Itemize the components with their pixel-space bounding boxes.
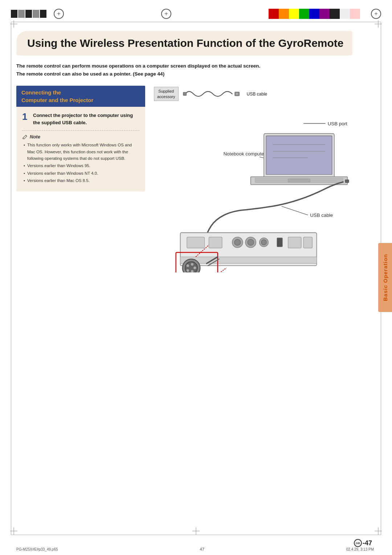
crosshair-bottom-center [192,527,200,536]
color-bar-yellow [289,9,299,19]
notebook-body [251,134,349,185]
crosshair-bl [10,527,17,536]
border-left [11,22,11,535]
crosshair-br [375,527,382,536]
accessory-row: Supplied accessory USB cable [154,86,374,102]
page-title-container: Using the Wireless Presentation Function… [16,31,374,56]
section-content: 1 Connect the projector to the computer … [16,107,145,191]
footer-file: PG-M25X#E#p33_49.p65 [16,547,58,551]
section-header-text: Connecting the Computer and the Projecto… [21,89,140,104]
reg-circle-center [161,9,171,19]
svg-point-24 [261,240,267,245]
note-item-1: This function only works with Microsoft … [24,142,139,162]
step-1-number: 1 [22,112,29,121]
step-1-row: 1 Connect the projector to the computer … [22,112,139,126]
svg-rect-17 [187,237,204,248]
svg-point-37 [187,269,189,272]
color-bar-pink [350,9,360,19]
intro-text: The remote control can perform mouse ope… [16,62,263,78]
accessory-line2: accessory [157,94,175,99]
svg-point-22 [248,239,254,246]
reg-squares [11,10,46,18]
note-header: Note [22,134,139,139]
svg-rect-18 [209,237,222,248]
notebook-label: Notebook computer [223,151,266,157]
svg-rect-29 [180,257,317,263]
color-bar-orange [279,9,289,19]
svg-rect-13 [288,179,310,183]
usb-cable-label2: USB cable [310,212,333,218]
svg-line-15 [281,206,308,215]
accessory-label: Supplied accessory [154,87,179,101]
page-number: -47 [363,539,372,547]
svg-rect-27 [288,237,301,248]
usb-port-label: USB port [328,121,347,126]
usb-cable-sketch [182,86,240,102]
color-bars [269,9,360,19]
page-number-area: GB -47 [354,539,372,547]
crosshair-tl [10,20,17,29]
reg-circle-left [54,9,64,19]
left-column: Connecting the Computer and the Projecto… [16,86,145,191]
svg-point-34 [191,263,193,266]
note-icon [22,134,28,139]
reg-sq-3 [25,10,32,18]
connection-diagram: USB port Notebook computer [154,105,374,272]
svg-rect-7 [266,136,332,175]
reg-sq-5 [40,10,46,18]
svg-line-0 [26,135,27,136]
main-content: Using the Wireless Presentation Function… [16,27,374,531]
border-top [11,22,381,22]
note-label: Note [30,134,40,139]
top-marks [0,7,392,21]
color-bar-blue [309,9,319,19]
color-bar-black [330,9,340,19]
color-bar-white [340,9,350,19]
note-item-4: Versions earlier than Mac OS 8.5. [24,177,139,184]
reg-mark-left [11,9,64,19]
note-list: This function only works with Microsoft … [22,142,139,184]
diagram-area: USB port Notebook computer [154,105,374,274]
crosshair-tr [375,20,382,29]
svg-rect-14 [345,180,349,182]
svg-rect-3 [235,93,238,95]
reg-sq-4 [33,10,39,18]
gb-badge: GB [354,539,362,547]
section-header-line1: Connecting the [21,89,61,96]
right-column: Supplied accessory USB cable [154,86,374,274]
right-marks [269,9,381,19]
footer-page-num: 47 [200,547,204,551]
reg-circle-right [371,9,381,19]
step-1-text: Connect the projector to the computer us… [33,112,139,126]
page-title-bg: Using the Wireless Presentation Function… [16,31,352,56]
color-bar-red [269,9,279,19]
footer: PG-M25X#E#p33_49.p65 47 02.4.29, 3:13 PM [16,547,374,551]
svg-rect-28 [303,237,312,248]
two-col-layout: Connecting the Computer and the Projecto… [16,86,374,274]
footer-date: 02.4.29, 3:13 PM [346,547,374,551]
accessory-line1: Supplied [158,89,174,93]
side-tab-label: Basic Operation [382,254,388,301]
side-tab: Basic Operation [378,243,392,312]
reg-sq-2 [18,10,25,18]
svg-rect-1 [183,92,186,96]
note-item-2: Versions earlier than Windows 95. [24,162,139,169]
note-box: Note This function only works with Micro… [22,130,139,184]
svg-rect-26 [278,239,282,246]
color-bar-green [299,9,309,19]
usb-cable-label: USB cable [247,92,268,97]
section-header-line2: Computer and the Projector [21,97,93,103]
svg-line-41 [216,268,226,272]
svg-point-33 [187,264,189,267]
section-header: Connecting the Computer and the Projecto… [16,86,145,107]
note-item-3: Versions earlier than Windows NT 4.0. [24,170,139,177]
page-title: Using the Wireless Presentation Function… [27,37,344,50]
projector-back [180,233,317,266]
reg-sq-1 [11,10,17,18]
svg-point-20 [234,239,241,246]
color-bar-purple [319,9,330,19]
svg-point-35 [193,267,196,269]
